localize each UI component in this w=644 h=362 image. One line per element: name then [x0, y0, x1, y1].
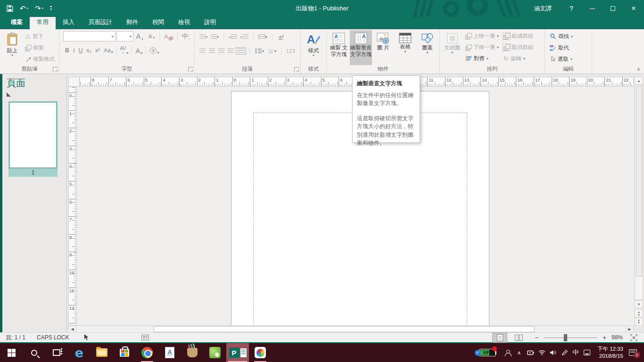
- text-direction-button[interactable]: [277, 34, 284, 40]
- help-button[interactable]: ?: [561, 0, 582, 17]
- taskbar-paint-tools-button[interactable]: [181, 343, 204, 362]
- wrap-text-button[interactable]: 文繞圖▾: [442, 30, 462, 65]
- justify-button[interactable]: [228, 49, 234, 53]
- table-button[interactable]: 表格▾: [394, 30, 416, 65]
- horizontal-scroll-thumb[interactable]: [154, 326, 535, 332]
- bullets-button[interactable]: ▾: [199, 34, 207, 39]
- collapse-ribbon-button[interactable]: [637, 66, 640, 72]
- maximize-button[interactable]: [603, 0, 623, 17]
- previous-page-button[interactable]: ▲▲: [635, 309, 643, 317]
- tab-help[interactable]: 說明: [197, 16, 223, 29]
- zoom-slider[interactable]: [544, 337, 597, 338]
- rotate-button[interactable]: ↻旋轉▾: [504, 53, 533, 64]
- page-thumbnail[interactable]: 1: [8, 101, 58, 177]
- change-case-button[interactable]: Aa▾: [102, 47, 115, 54]
- tab-mailings[interactable]: 郵件: [119, 16, 145, 29]
- taskbar-publisher-button[interactable]: [226, 343, 249, 362]
- close-button[interactable]: ×: [623, 0, 644, 17]
- people-tray-button[interactable]: [502, 343, 513, 362]
- draw-vertical-text-box-button[interactable]: A 繪製垂直 文字方塊: [350, 30, 372, 65]
- columns-button[interactable]: ▾: [258, 34, 267, 39]
- subscript-button[interactable]: x₂: [84, 47, 93, 54]
- pages-panel-collapse-icon[interactable]: [7, 92, 11, 97]
- decrease-indent-button[interactable]: ◂: [229, 34, 237, 39]
- task-view-button[interactable]: [45, 343, 68, 362]
- number-styles-button[interactable]: 123: [286, 49, 296, 54]
- zoom-in-button[interactable]: +: [601, 334, 608, 341]
- power-tray-button[interactable]: [525, 343, 536, 362]
- scroll-up-button[interactable]: ▲: [635, 77, 643, 85]
- character-border-button[interactable]: 字▾: [148, 47, 161, 55]
- taskbar-photos-button[interactable]: [204, 343, 226, 362]
- wifi-tray-button[interactable]: [536, 343, 547, 362]
- zoom-level[interactable]: 98%: [608, 334, 626, 341]
- font-name-combobox[interactable]: ▾: [63, 31, 116, 41]
- tab-insert[interactable]: 插入: [56, 16, 82, 29]
- find-button[interactable]: 尋找▾: [550, 31, 590, 42]
- start-button[interactable]: [0, 343, 23, 362]
- grow-font-button[interactable]: A▲: [134, 32, 146, 41]
- taskbar-file-explorer-button[interactable]: [91, 343, 113, 362]
- scroll-left-button[interactable]: ◀: [69, 326, 76, 332]
- fit-page-button[interactable]: [626, 333, 641, 343]
- horizontal-scrollbar[interactable]: ◀ ▶: [68, 325, 634, 332]
- taskbar-chrome-button[interactable]: [136, 343, 158, 362]
- save-button[interactable]: [7, 5, 13, 12]
- zoom-out-button[interactable]: −: [533, 334, 540, 341]
- align-center-button[interactable]: [209, 49, 215, 53]
- taskbar-wordpad-button[interactable]: A: [158, 343, 181, 362]
- minimize-button[interactable]: [582, 0, 603, 17]
- ruler-origin-box[interactable]: [68, 77, 80, 87]
- send-backward-button[interactable]: 下移一層▾: [465, 41, 499, 53]
- increase-indent-button[interactable]: ▸: [240, 34, 249, 39]
- clipboard-dialog-launcher[interactable]: [53, 67, 58, 72]
- character-spacing-button[interactable]: AV↔▾: [118, 46, 131, 55]
- shading-button[interactable]: ▾: [267, 48, 276, 54]
- underline-button[interactable]: U: [77, 47, 85, 54]
- superscript-button[interactable]: x²: [93, 47, 102, 54]
- select-button[interactable]: 選取▾: [550, 53, 590, 65]
- copy-button[interactable]: 複製: [25, 42, 55, 53]
- taskbar-color-app-button[interactable]: [249, 343, 272, 362]
- styles-button[interactable]: A 樣式▾: [303, 31, 324, 65]
- undo-button[interactable]: ↶▾: [20, 4, 28, 13]
- italic-button[interactable]: I: [71, 47, 77, 55]
- taskbar-clock[interactable]: 下午 12:33 2018/8/15: [593, 346, 628, 360]
- touch-keyboard-button[interactable]: [581, 343, 593, 362]
- scroll-right-button[interactable]: ▶: [626, 326, 633, 332]
- cut-button[interactable]: 剪下: [25, 31, 55, 42]
- action-center-button[interactable]: 3: [628, 343, 644, 362]
- font-dialog-launcher[interactable]: [188, 67, 193, 72]
- vertical-ruler[interactable]: 012345678910111213: [68, 87, 77, 325]
- shapes-button[interactable]: 圖案▾: [416, 30, 438, 65]
- ungroup-button[interactable]: 取消群組: [504, 41, 533, 53]
- taskbar-store-button[interactable]: [113, 343, 136, 362]
- font-color-button[interactable]: A▾: [133, 46, 144, 55]
- paragraph-dialog-launcher[interactable]: [294, 67, 299, 72]
- align-left-button[interactable]: [199, 49, 206, 53]
- taskbar-search-button[interactable]: [23, 343, 45, 362]
- tab-file[interactable]: 檔案: [4, 16, 30, 29]
- next-page-button[interactable]: ▼▼: [635, 318, 643, 326]
- two-page-spread-view-button[interactable]: [511, 333, 526, 343]
- line-spacing-button[interactable]: ▾: [255, 48, 264, 54]
- phonetic-guide-button[interactable]: 中ˣˣ: [180, 32, 191, 41]
- single-page-view-button[interactable]: [492, 333, 507, 343]
- battery-status[interactable]: ✓ 59%: [475, 349, 495, 356]
- tab-home[interactable]: 常用: [30, 16, 56, 29]
- volume-tray-button[interactable]: [547, 343, 559, 362]
- paste-button[interactable]: 貼上▾: [1, 31, 23, 65]
- vertical-scrollbar[interactable]: ▲ ▼ ▲▲ ▼▼: [635, 77, 643, 325]
- distribute-button[interactable]: [237, 49, 245, 53]
- redo-button[interactable]: ↷▾: [35, 4, 43, 13]
- object-position-indicator[interactable]: XY: [98, 333, 155, 342]
- clear-formatting-button[interactable]: A: [162, 33, 175, 41]
- replace-button[interactable]: abac 取代: [550, 42, 590, 53]
- bring-forward-button[interactable]: 上移一層▾: [465, 30, 499, 41]
- align-button[interactable]: 對齊▾: [465, 53, 499, 64]
- taskbar-edge-button[interactable]: e: [68, 343, 91, 362]
- draw-text-box-button[interactable]: A 繪製 文字方塊: [328, 30, 350, 65]
- font-size-combobox[interactable]: ▾: [116, 31, 133, 41]
- ime-mode-button[interactable]: 中: [570, 343, 581, 362]
- bold-button[interactable]: B: [63, 47, 71, 54]
